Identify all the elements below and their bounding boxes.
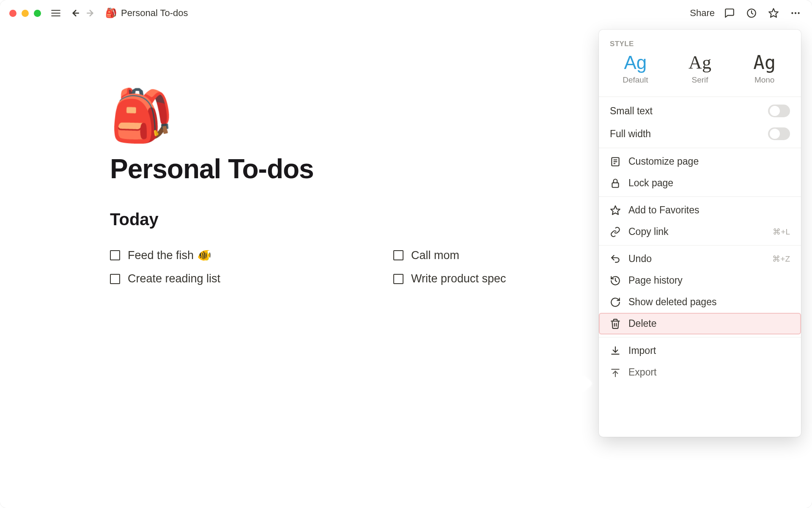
import-item[interactable]: Import [599,340,801,362]
small-text-toggle[interactable] [768,105,790,117]
style-section: STYLE Ag Default Ag Serif Ag Mono [599,30,801,97]
style-header: STYLE [599,32,801,53]
todo-label: Feed the fish 🐠 [128,248,211,262]
topbar-actions: Share [690,6,803,20]
menu-label: Copy link [628,226,669,237]
svg-point-8 [795,12,796,14]
add-favorites-item[interactable]: Add to Favorites [599,199,801,221]
window-close-button[interactable] [9,10,16,17]
lock-page-item[interactable]: Lock page [599,172,801,194]
checkbox-icon[interactable] [110,274,120,284]
full-width-toggle[interactable] [768,127,790,140]
checkbox-icon[interactable] [110,250,120,260]
undo-icon [610,254,621,265]
page-history-item[interactable]: Page history [599,270,801,291]
show-deleted-item[interactable]: Show deleted pages [599,291,801,313]
link-section: Add to Favorites Copy link ⌘+L [599,196,801,245]
todo-item[interactable]: Feed the fish 🐠 [110,248,368,262]
restore-icon [610,297,621,308]
checkbox-icon[interactable] [393,250,403,260]
menu-label: Export [628,367,656,378]
copy-link-item[interactable]: Copy link ⌘+L [599,221,801,243]
share-button[interactable]: Share [690,8,715,19]
style-sample: Ag [732,53,797,72]
todo-label: Call mom [411,249,459,262]
shortcut-label: ⌘+Z [772,254,790,264]
toggle-label: Full width [610,128,651,140]
customize-icon [610,156,621,167]
favorite-icon[interactable] [766,6,781,20]
delete-item[interactable]: Delete [599,313,801,334]
history-icon [610,275,621,286]
shortcut-label: ⌘+L [773,227,790,237]
style-row: Ag Default Ag Serif Ag Mono [599,53,801,94]
import-icon [610,345,621,356]
style-label: Serif [668,75,732,85]
page-options-menu: STYLE Ag Default Ag Serif Ag Mono Small … [599,30,801,437]
svg-point-7 [791,12,793,14]
customize-page-item[interactable]: Customize page [599,151,801,172]
trash-icon [610,318,621,329]
menu-label: Import [628,345,656,356]
svg-marker-6 [769,8,778,17]
menu-label: Delete [628,318,656,329]
toggle-section: Small text Full width [599,97,801,148]
small-text-toggle-row[interactable]: Small text [599,99,801,122]
undo-item[interactable]: Undo ⌘+Z [599,248,801,270]
style-sample: Ag [668,53,732,72]
style-serif[interactable]: Ag Serif [668,53,732,85]
history-section: Undo ⌘+Z Page history Show deleted pages [599,245,801,337]
window-controls [9,10,41,17]
toggle-label: Small text [610,105,653,117]
breadcrumb-icon: 🎒 [105,8,117,19]
more-options-icon[interactable] [788,6,803,20]
todo-label: Write product spec [411,272,506,285]
comments-icon[interactable] [722,6,737,20]
todo-label: Create reading list [128,272,220,285]
top-bar: 🎒 Personal To-dos Share [0,0,812,26]
link-icon [610,226,621,237]
menu-label: Lock page [628,177,673,189]
todo-list: Feed the fish 🐠 Call mom Create reading … [110,248,651,285]
window-minimize-button[interactable] [22,10,29,17]
svg-marker-15 [611,206,620,215]
breadcrumb[interactable]: 🎒 Personal To-dos [105,8,188,19]
page-actions-section: Customize page Lock page [599,148,801,196]
nav-group [67,6,99,20]
star-icon [610,205,621,216]
updates-icon[interactable] [744,6,759,20]
full-width-toggle-row[interactable]: Full width [599,122,801,145]
menu-label: Show deleted pages [628,296,716,308]
todo-item[interactable]: Create reading list [110,272,368,285]
callout-arrow-icon [570,375,595,394]
breadcrumb-title: Personal To-dos [121,8,188,19]
sidebar-toggle-icon[interactable] [49,6,63,20]
style-sample: Ag [603,53,668,72]
svg-point-9 [798,12,799,14]
export-item[interactable]: Export [599,362,801,383]
menu-label: Page history [628,275,683,286]
svg-rect-14 [612,182,618,187]
style-default[interactable]: Ag Default [603,53,668,85]
menu-label: Undo [628,253,652,265]
style-label: Mono [732,75,797,85]
forward-button[interactable] [84,6,99,20]
menu-label: Customize page [628,156,699,167]
back-button[interactable] [67,6,82,20]
lock-icon [610,178,621,189]
app-window: 🎒 Personal To-dos Share 🎒 Personal To-do… [0,0,812,508]
style-label: Default [603,75,668,85]
io-section: Import Export [599,337,801,386]
checkbox-icon[interactable] [393,274,403,284]
style-mono[interactable]: Ag Mono [732,53,797,85]
menu-label: Add to Favorites [628,204,699,216]
export-icon [610,367,621,378]
window-zoom-button[interactable] [34,10,41,17]
